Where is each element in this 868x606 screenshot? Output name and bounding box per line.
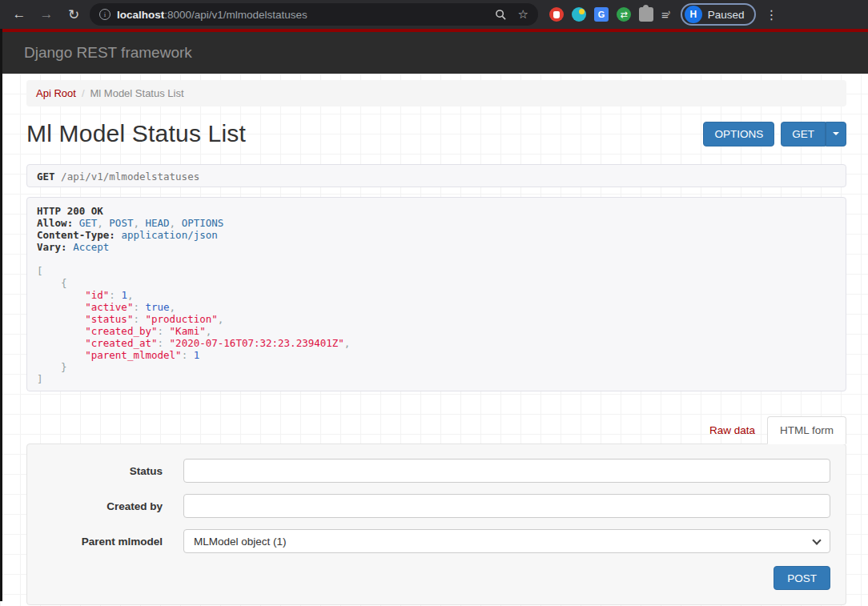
extensions-puzzle-icon[interactable] [639,7,653,22]
page-title: Ml Model Status List [26,120,246,147]
search-icon[interactable] [495,9,507,21]
created-by-label: Created by [42,500,163,512]
window-left-edge [0,29,2,601]
chevron-down-icon [833,132,839,135]
bookmark-star-icon[interactable]: ☆ [518,7,528,22]
reload-icon[interactable]: ↻ [62,3,85,26]
post-button[interactable]: POST [774,566,830,590]
request-line: GET /api/v1/mlmodelstatuses [26,164,846,187]
back-icon[interactable]: ← [8,3,30,26]
tab-html-form[interactable]: HTML form [767,416,846,444]
forward-icon[interactable]: → [35,3,58,26]
profile-pill[interactable]: H Paused [681,3,756,26]
breadcrumb-current: Ml Model Status List [90,87,184,99]
sync-extension-icon[interactable]: ⇄ [617,7,631,22]
form-row-created-by: Created by [42,494,830,518]
status-input[interactable] [183,459,830,483]
url-bar[interactable]: i localhost:8000/api/v1/mlmodelstatuses … [90,3,538,26]
browser-toolbar: ← → ↻ i localhost:8000/api/v1/mlmodelsta… [0,0,868,29]
url-path: :8000/api/v1/mlmodelstatuses [164,9,307,21]
get-dropdown-button[interactable] [826,122,846,146]
sync-paused-label: Paused [708,9,745,21]
url-host: localhost [117,9,164,21]
drf-brand-link[interactable]: Django REST framework [24,44,192,62]
drf-navbar: Django REST framework [0,32,868,74]
extension-row: G ⇄ ≡♪ [549,7,671,22]
get-button-group: GET [781,122,846,146]
tab-raw-data[interactable]: Raw data [697,417,767,443]
browser-menu-icon[interactable]: ⋮ [761,7,783,22]
media-controls-icon[interactable]: ≡♪ [661,8,671,22]
breadcrumb: Api Root / Ml Model Status List [26,80,846,106]
status-label: Status [42,465,163,477]
translate-extension-icon[interactable]: G [594,7,609,22]
url-text: localhost:8000/api/v1/mlmodelstatuses [117,9,307,21]
html-form-panel: Status Created by Parent mlmodel MLModel… [26,443,846,605]
breadcrumb-separator: / [82,87,85,99]
options-button[interactable]: OPTIONS [703,122,774,146]
get-button[interactable]: GET [781,122,826,146]
breadcrumb-api-root-link[interactable]: Api Root [36,87,76,99]
form-row-parent-mlmodel: Parent mlmodel MLModel object (1) [42,529,830,553]
adblock-extension-icon[interactable] [549,7,564,22]
response-body: HTTP 200 OK Allow: GET, POST, HEAD, OPTI… [26,197,846,391]
profile-avatar: H [685,6,702,23]
parent-mlmodel-label: Parent mlmodel [42,536,163,548]
page-background: Api Root / Ml Model Status List Ml Model… [0,74,868,606]
capture-extension-icon[interactable] [572,7,586,22]
created-by-input[interactable] [183,494,830,518]
parent-mlmodel-select[interactable]: MLModel object (1) [183,529,830,553]
form-row-status: Status [42,459,830,483]
content-tabs: Raw data HTML form [26,414,846,443]
site-info-icon[interactable]: i [99,9,111,20]
